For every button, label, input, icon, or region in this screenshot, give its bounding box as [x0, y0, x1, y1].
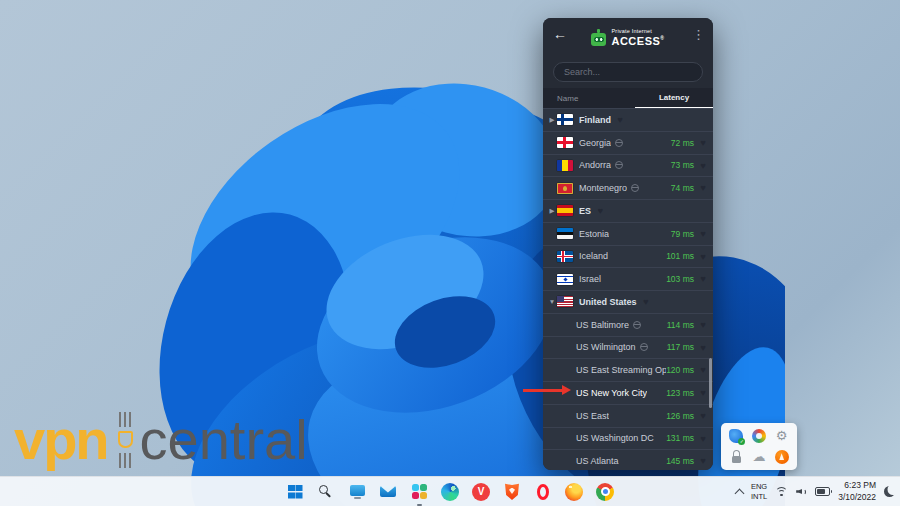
latency-column-header[interactable]: Latency: [635, 88, 713, 108]
expander-chevron-icon[interactable]: ▶: [547, 116, 557, 124]
server-name: US New York City: [576, 388, 647, 398]
focus-assist-moon-icon[interactable]: [884, 486, 895, 497]
favorite-heart-icon[interactable]: ♥: [694, 161, 706, 171]
clock[interactable]: 6:23 PM 3/10/2022: [838, 480, 876, 502]
search-icon[interactable]: [317, 483, 335, 501]
slack-icon[interactable]: [410, 483, 428, 501]
favorite-heart-icon[interactable]: ♥: [694, 138, 706, 148]
wifi-icon[interactable]: [775, 486, 788, 497]
favorite-heart-icon[interactable]: ♥: [694, 343, 706, 353]
geo-server-icon: [615, 161, 623, 169]
vivaldi-icon[interactable]: [472, 483, 490, 501]
server-row[interactable]: ▶ ES ♥: [543, 199, 713, 222]
geo-server-icon: [633, 321, 641, 329]
server-name: US Wilmington: [576, 342, 636, 352]
pia-vpn-window: ← Private Internet ACCESS® ⋮ Name Latenc…: [543, 18, 713, 470]
security-check-icon[interactable]: [729, 429, 743, 443]
onedrive-cloud-icon[interactable]: [752, 450, 766, 464]
server-row[interactable]: ▶ Finland ♥: [543, 108, 713, 131]
desktop: vpn central ← Private Internet ACCESS® ⋮…: [0, 0, 900, 506]
opera-icon[interactable]: [534, 483, 552, 501]
language-indicator[interactable]: ENG INTL: [751, 482, 767, 501]
geo-server-icon: [631, 184, 639, 192]
latency-value: 117 ms: [667, 342, 694, 352]
favorite-heart-icon[interactable]: ♥: [694, 274, 706, 284]
avast-icon[interactable]: [775, 450, 789, 464]
favorite-heart-icon[interactable]: ♥: [694, 320, 706, 330]
favorite-heart-icon[interactable]: ♥: [591, 206, 603, 216]
pia-brand: Private Internet ACCESS®: [591, 29, 664, 47]
favorite-heart-icon[interactable]: ♥: [694, 388, 706, 398]
back-arrow-button[interactable]: ←: [553, 27, 567, 41]
expander-chevron-icon[interactable]: ▶: [547, 207, 557, 215]
vpncentral-watermark: vpn central: [14, 412, 308, 468]
latency-value: 73 ms: [671, 160, 694, 170]
server-row[interactable]: US East Streaming Optimiz… 120 ms ♥: [543, 358, 713, 381]
country-flag-icon: [557, 183, 573, 194]
brave-icon[interactable]: [503, 483, 521, 501]
latency-value: 114 ms: [667, 320, 694, 330]
scrollbar-thumb[interactable]: [709, 358, 712, 408]
favorite-heart-icon[interactable]: ♥: [694, 456, 706, 466]
favorite-heart-icon[interactable]: ♥: [694, 434, 706, 444]
display-icon[interactable]: [348, 483, 366, 501]
favorite-heart-icon[interactable]: ♥: [611, 115, 623, 125]
hidden-icons-chevron-icon[interactable]: [734, 488, 744, 498]
colorful-browser-icon[interactable]: [752, 429, 766, 443]
time-text: 6:23 PM: [844, 480, 876, 490]
name-column-header[interactable]: Name: [557, 94, 578, 103]
server-row[interactable]: US East 126 ms ♥: [543, 404, 713, 427]
server-row[interactable]: US Atlanta 145 ms ♥: [543, 449, 713, 470]
server-row[interactable]: US Wilmington 117 ms ♥: [543, 336, 713, 359]
expander-chevron-icon[interactable]: ▼: [547, 298, 557, 305]
padlock-icon[interactable]: [729, 450, 743, 464]
server-row[interactable]: Iceland 101 ms ♥: [543, 245, 713, 268]
country-flag-icon: [557, 228, 573, 239]
server-name: Andorra: [579, 160, 611, 170]
server-name: US East: [576, 411, 609, 421]
chrome-icon[interactable]: [596, 483, 614, 501]
favorite-heart-icon[interactable]: ♥: [694, 411, 706, 421]
edge-icon[interactable]: [441, 483, 459, 501]
latency-value: 74 ms: [671, 183, 694, 193]
registered-mark: ®: [660, 35, 664, 41]
battery-icon[interactable]: [815, 487, 830, 496]
server-row[interactable]: Andorra 73 ms ♥: [543, 154, 713, 177]
server-name: US Atlanta: [576, 456, 619, 466]
latency-value: 101 ms: [666, 251, 694, 261]
settings-knot-icon[interactable]: [775, 429, 789, 443]
server-row[interactable]: Georgia 72 ms ♥: [543, 131, 713, 154]
language-line1: ENG: [751, 482, 767, 491]
brand-line2: ACCESS: [611, 35, 660, 47]
favorite-heart-icon[interactable]: ♥: [694, 183, 706, 193]
server-row[interactable]: ▼ United States ♥: [543, 290, 713, 313]
server-name: Iceland: [579, 251, 608, 261]
server-name: US Baltimore: [576, 320, 629, 330]
taskbar-app-icons: [286, 477, 614, 506]
favorite-heart-icon[interactable]: ♥: [694, 365, 706, 375]
server-name: United States: [579, 297, 637, 307]
latency-value: 131 ms: [666, 433, 694, 443]
overflow-menu-icon[interactable]: ⋮: [692, 28, 705, 41]
favorite-heart-icon[interactable]: ♥: [694, 252, 706, 262]
server-name: Montenegro: [579, 183, 627, 193]
window-header: ← Private Internet ACCESS® ⋮: [543, 18, 713, 58]
mail-icon[interactable]: [379, 483, 397, 501]
server-row[interactable]: US Baltimore 114 ms ♥: [543, 313, 713, 336]
latency-value: 103 ms: [666, 274, 694, 284]
search-input[interactable]: [553, 62, 703, 82]
favorite-heart-icon[interactable]: ♥: [694, 229, 706, 239]
annotation-arrow-line: [523, 389, 562, 392]
server-row[interactable]: Israel 103 ms ♥: [543, 267, 713, 290]
start-icon[interactable]: [286, 483, 304, 501]
date-text: 3/10/2022: [838, 492, 876, 502]
server-name: Israel: [579, 274, 601, 284]
server-row[interactable]: Estonia 79 ms ♥: [543, 222, 713, 245]
firefox-icon[interactable]: [565, 483, 583, 501]
language-line2: INTL: [751, 492, 767, 501]
server-name: Finland: [579, 115, 611, 125]
volume-icon[interactable]: [796, 486, 807, 497]
favorite-heart-icon[interactable]: ♥: [637, 297, 649, 307]
server-row[interactable]: US Washington DC 131 ms ♥: [543, 427, 713, 450]
server-row[interactable]: Montenegro 74 ms ♥: [543, 176, 713, 199]
